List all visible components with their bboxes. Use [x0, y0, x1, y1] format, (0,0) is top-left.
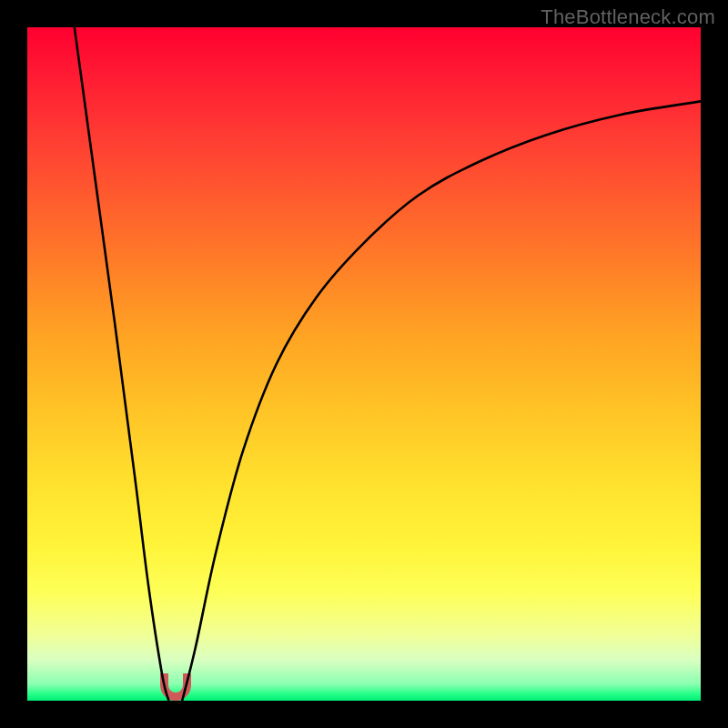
- curve-svg: [27, 27, 701, 701]
- chart-frame: TheBottleneck.com: [0, 0, 728, 728]
- curve-left-branch: [75, 27, 169, 701]
- plot-area: [27, 27, 701, 701]
- watermark-text: TheBottleneck.com: [541, 5, 715, 29]
- curve-right-branch: [182, 101, 701, 701]
